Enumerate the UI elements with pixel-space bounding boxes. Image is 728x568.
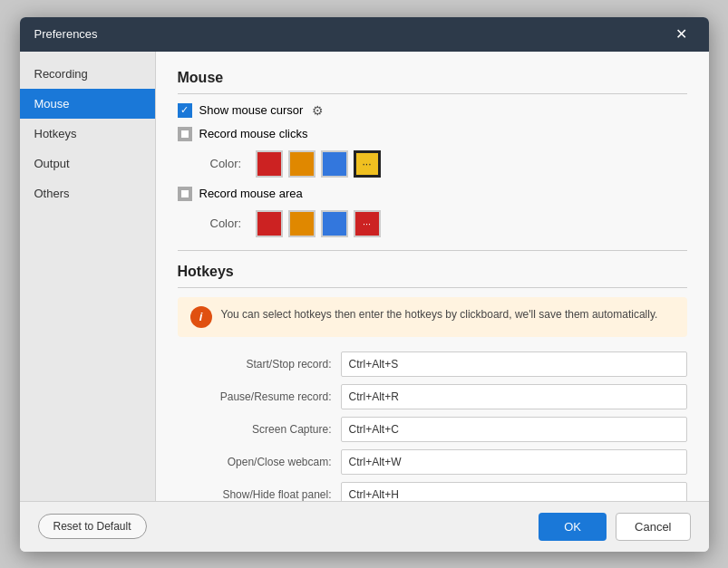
sidebar-item-recording[interactable]: Recording xyxy=(20,59,155,89)
record-clicks-row: Record mouse clicks xyxy=(178,127,687,141)
hotkey-input-webcam[interactable] xyxy=(341,449,687,475)
hotkey-input-start-stop[interactable] xyxy=(341,351,687,377)
gear-icon[interactable]: ⚙ xyxy=(312,103,324,118)
footer-right: OK Cancel xyxy=(539,513,690,541)
hotkey-row-start-stop: Start/Stop record: xyxy=(178,351,687,377)
mouse-section: Mouse Show mouse cursor ⚙ Record mouse c… xyxy=(178,70,687,237)
sidebar-item-output[interactable]: Output xyxy=(20,149,155,178)
color-swatch-custom[interactable]: ··· xyxy=(354,150,381,178)
dialog-title: Preferences xyxy=(34,27,98,41)
color-swatch-blue[interactable] xyxy=(321,150,348,178)
hotkey-input-float-panel[interactable] xyxy=(341,482,687,501)
record-clicks-checkbox[interactable] xyxy=(178,127,192,141)
hotkey-input-pause-resume[interactable] xyxy=(341,384,687,409)
cancel-button[interactable]: Cancel xyxy=(616,513,690,541)
hotkey-row-float-panel: Show/Hide float panel: xyxy=(178,482,687,501)
record-area-checkbox[interactable] xyxy=(178,187,192,201)
area-color-swatch-custom[interactable]: ··· xyxy=(354,210,381,237)
color-swatch-red[interactable] xyxy=(256,150,283,178)
record-clicks-label: Record mouse clicks xyxy=(199,127,308,140)
info-text: You can select hotkeys then enter the ho… xyxy=(221,306,658,323)
reset-button[interactable]: Reset to Default xyxy=(38,514,147,539)
area-color-swatch-blue[interactable] xyxy=(321,210,348,237)
hotkey-row-screen-capture: Screen Capture: xyxy=(178,417,687,442)
hotkey-label-screen-capture: Screen Capture: xyxy=(178,423,341,436)
area-color-swatch-orange[interactable] xyxy=(288,210,315,237)
hotkeys-section-title: Hotkeys xyxy=(178,264,687,288)
dialog-body: Recording Mouse Hotkeys Output Others Mo… xyxy=(20,52,709,501)
mouse-section-title: Mouse xyxy=(178,70,687,94)
show-cursor-label: Show mouse cursor xyxy=(199,103,304,117)
record-area-row: Record mouse area xyxy=(178,187,687,201)
close-button[interactable]: ✕ xyxy=(668,24,694,45)
color-label-clicks: Color: xyxy=(210,157,245,170)
sidebar-item-hotkeys[interactable]: Hotkeys xyxy=(20,119,155,149)
area-color-swatch-red[interactable] xyxy=(256,210,283,237)
dialog-footer: Reset to Default OK Cancel xyxy=(20,501,709,552)
hotkey-row-webcam: Open/Close webcam: xyxy=(178,449,687,475)
hotkeys-section: Hotkeys i You can select hotkeys then en… xyxy=(178,264,687,501)
sidebar: Recording Mouse Hotkeys Output Others xyxy=(20,52,156,501)
hotkey-label-start-stop: Start/Stop record: xyxy=(178,358,341,371)
hotkey-row-pause-resume: Pause/Resume record: xyxy=(178,384,687,409)
clicks-color-row: Color: ··· xyxy=(210,150,687,178)
hotkey-input-screen-capture[interactable] xyxy=(341,417,687,442)
hotkey-label-webcam: Open/Close webcam: xyxy=(178,456,341,468)
main-content: Mouse Show mouse cursor ⚙ Record mouse c… xyxy=(156,52,709,501)
ok-button[interactable]: OK xyxy=(539,513,607,541)
title-bar: Preferences ✕ xyxy=(20,17,709,52)
color-label-area: Color: xyxy=(210,217,245,230)
hotkey-label-pause-resume: Pause/Resume record: xyxy=(178,390,341,403)
sidebar-item-others[interactable]: Others xyxy=(20,178,155,208)
color-swatch-orange[interactable] xyxy=(288,150,315,178)
hotkey-label-float-panel: Show/Hide float panel: xyxy=(178,488,341,501)
sidebar-item-mouse[interactable]: Mouse xyxy=(20,89,155,119)
preferences-dialog: Preferences ✕ Recording Mouse Hotkeys Ou… xyxy=(20,17,709,552)
show-cursor-checkbox[interactable] xyxy=(178,103,192,118)
section-divider xyxy=(178,250,687,251)
info-icon: i xyxy=(190,306,212,328)
record-area-label: Record mouse area xyxy=(199,187,303,200)
area-color-row: Color: ··· xyxy=(210,210,687,237)
info-box: i You can select hotkeys then enter the … xyxy=(178,297,687,337)
show-cursor-row: Show mouse cursor ⚙ xyxy=(178,103,687,118)
